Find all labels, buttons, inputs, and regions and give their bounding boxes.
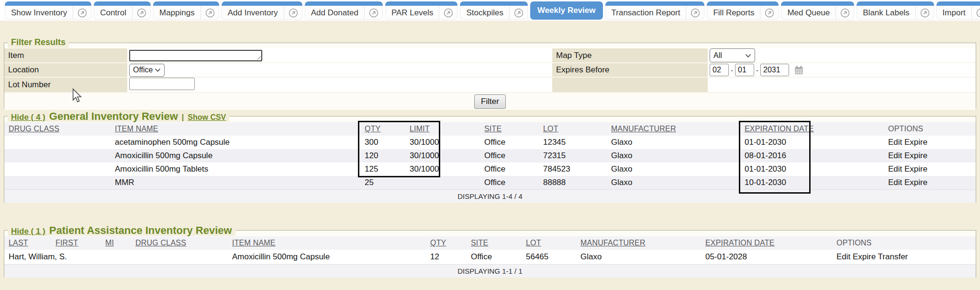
cell-lot: 88888	[539, 176, 607, 189]
col-expiration-date[interactable]: EXPIRATION DATE	[740, 122, 884, 136]
cell-manufacturer: Glaxo	[607, 162, 740, 176]
col-last[interactable]: LAST	[4, 236, 51, 250]
tab-label[interactable]: Mappings	[159, 8, 195, 18]
cell-expiration: 01-01-2030	[740, 136, 884, 149]
col-drug-class[interactable]: DRUG CLASS	[4, 122, 111, 136]
tab-label[interactable]: Weekly Review	[537, 6, 596, 15]
external-link-icon[interactable]	[686, 8, 704, 18]
filter-button[interactable]: Filter	[474, 94, 506, 109]
external-link-icon[interactable]	[972, 8, 980, 18]
tab-med-queue[interactable]: Med Queue	[781, 1, 854, 20]
tab-label[interactable]: Transaction Report	[612, 8, 680, 18]
tab-blank-labels[interactable]: Blank Labels	[857, 1, 934, 20]
tab-label[interactable]: Blank Labels	[863, 8, 909, 18]
col-qty[interactable]: QTY	[426, 236, 467, 250]
tab-control[interactable]: Control	[94, 1, 151, 20]
col-first[interactable]: FIRST	[51, 236, 101, 250]
tab-label[interactable]: Add Inventory	[228, 8, 278, 18]
table-footer-row: DISPLAYING 1-1 / 1	[4, 264, 976, 278]
tab-add-inventory[interactable]: Add Inventory	[222, 1, 302, 20]
cell-limit: 30/1000	[405, 149, 480, 162]
table-row: Hart, William, S. Amoxicillin 500mg Caps…	[4, 250, 976, 264]
tab-label[interactable]: Show Inventory	[11, 8, 67, 18]
col-item-name[interactable]: ITEM NAME	[228, 236, 426, 250]
show-csv-link[interactable]: Show CSV	[188, 113, 226, 122]
row-options-links[interactable]: Edit Expire	[884, 176, 976, 189]
tab-label[interactable]: Add Donated	[311, 8, 358, 18]
row-options-links[interactable]: Edit Expire	[884, 162, 976, 176]
col-manufacturer[interactable]: MANUFACTURER	[607, 122, 740, 136]
cell-drug-class	[131, 250, 228, 264]
patient-assistance-section: Hide ( 1 ) Patient Assistance Inventory …	[4, 224, 976, 278]
col-item-name[interactable]: ITEM NAME	[111, 122, 360, 136]
cell-manufacturer: Glaxo	[576, 250, 701, 264]
external-link-icon[interactable]	[836, 8, 854, 18]
expires-day-input[interactable]: 01	[735, 64, 754, 76]
tab-transaction-report[interactable]: Transaction Report	[605, 1, 705, 20]
external-link-icon[interactable]	[439, 8, 457, 18]
tab-add-donated[interactable]: Add Donated	[305, 1, 383, 20]
cell-drug-class	[4, 162, 111, 176]
item-input[interactable]	[129, 50, 262, 61]
external-link-icon[interactable]	[73, 8, 91, 18]
map-type-select[interactable]: All	[710, 48, 755, 62]
tab-import[interactable]: Import	[936, 1, 980, 20]
tab-top-bar	[707, 1, 779, 6]
lot-number-input[interactable]	[129, 78, 195, 90]
col-manufacturer[interactable]: MANUFACTURER	[576, 236, 701, 250]
tab-top-bar	[385, 1, 458, 6]
external-link-icon[interactable]	[760, 8, 779, 18]
patient-assistance-table: LAST FIRST MI DRUG CLASS ITEM NAME QTY S…	[4, 236, 976, 278]
tab-label[interactable]: Med Queue	[787, 8, 830, 18]
tab-label[interactable]: Control	[100, 8, 126, 18]
row-options-links[interactable]: Edit Expire Transfer	[832, 250, 976, 264]
col-options: OPTIONS	[832, 236, 976, 250]
tab-label[interactable]: Stockpiles	[466, 8, 503, 18]
hide-general-link[interactable]: Hide ( 4 )	[11, 113, 45, 122]
cell-site: Office	[467, 250, 522, 264]
tab-label[interactable]: Import	[943, 8, 966, 18]
col-drug-class[interactable]: DRUG CLASS	[131, 236, 228, 250]
external-link-icon[interactable]	[916, 8, 934, 18]
tab-top-bar	[5, 1, 91, 6]
external-link-icon[interactable]	[365, 8, 383, 18]
tab-label[interactable]: PAR Levels	[391, 8, 434, 18]
displaying-count: DISPLAYING 1-1 / 1	[4, 264, 976, 278]
cell-limit: 30/1000	[405, 162, 480, 176]
calendar-icon[interactable]	[794, 65, 804, 75]
col-site[interactable]: SITE	[467, 236, 522, 250]
hide-patient-link[interactable]: Hide ( 1 )	[11, 227, 45, 236]
tab-weekly-review[interactable]: Weekly Review	[530, 1, 603, 20]
tab-top-bar	[781, 1, 854, 6]
external-link-icon[interactable]	[133, 8, 151, 18]
location-label: Location	[4, 63, 127, 77]
row-options-links[interactable]: Edit Expire	[884, 136, 976, 149]
external-link-icon[interactable]	[284, 8, 302, 18]
expires-month-input[interactable]: 02	[710, 64, 729, 76]
row-options-links[interactable]: Edit Expire	[884, 149, 976, 162]
cell-qty: 300	[360, 136, 405, 149]
col-expiration-date[interactable]: EXPIRATION DATE	[701, 236, 832, 250]
tab-mappings[interactable]: Mappings	[153, 1, 219, 20]
col-lot[interactable]: LOT	[522, 236, 576, 250]
location-select[interactable]: Office	[129, 64, 165, 77]
resize-grip-icon[interactable]	[256, 55, 261, 60]
tab-top-bar	[936, 1, 980, 6]
expires-year-input[interactable]: 2031	[760, 64, 789, 76]
tab-fill-reports[interactable]: Fill Reports	[707, 1, 779, 20]
external-link-icon[interactable]	[510, 8, 528, 18]
cell-qty: 12	[426, 250, 467, 264]
tab-show-inventory[interactable]: Show Inventory	[5, 1, 91, 20]
tab-par-levels[interactable]: PAR Levels	[385, 1, 458, 20]
tab-stockpiles[interactable]: Stockpiles	[460, 1, 527, 20]
col-site[interactable]: SITE	[480, 122, 539, 136]
col-qty[interactable]: QTY	[360, 122, 405, 136]
col-options: OPTIONS	[884, 122, 976, 136]
col-limit[interactable]: LIMIT	[405, 122, 480, 136]
cell-item-name: acetaminophen 500mg Capsule	[111, 136, 360, 149]
col-mi[interactable]: MI	[101, 236, 131, 250]
col-lot[interactable]: LOT	[539, 122, 607, 136]
external-link-icon[interactable]	[201, 8, 219, 18]
tab-label[interactable]: Fill Reports	[713, 8, 754, 18]
cell-expiration: 01-01-2030	[740, 162, 884, 176]
